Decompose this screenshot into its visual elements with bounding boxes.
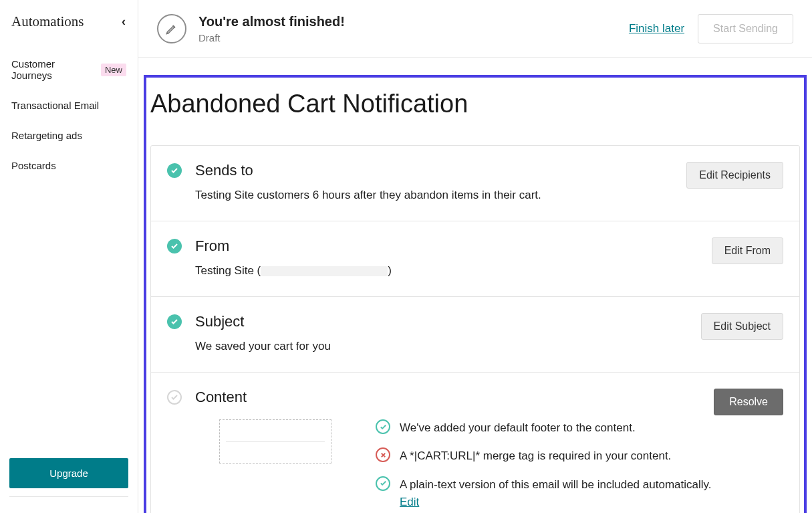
content-area: Abandoned Cart Notification Sends to Tes… bbox=[138, 58, 812, 513]
main: You're almost finished! Draft Finish lat… bbox=[138, 0, 812, 513]
new-badge: New bbox=[101, 64, 126, 76]
finish-later-link[interactable]: Finish later bbox=[629, 22, 684, 35]
status-col bbox=[167, 237, 195, 278]
message-text: A plain-text version of this email will … bbox=[400, 476, 714, 512]
message-text: We've added your default footer to the c… bbox=[400, 419, 636, 437]
edit-plaintext-link[interactable]: Edit bbox=[400, 496, 419, 508]
message-text: A *|CART:URL|* merge tag is required in … bbox=[400, 447, 671, 465]
start-sending-button[interactable]: Start Sending bbox=[698, 14, 793, 43]
section-body: Content We' bbox=[195, 389, 714, 513]
page-title: Abandoned Cart Notification bbox=[146, 90, 804, 145]
pencil-icon bbox=[157, 14, 186, 43]
check-badge-icon bbox=[167, 163, 182, 178]
check-badge-icon bbox=[167, 314, 182, 329]
edit-from-button[interactable]: Edit From bbox=[712, 237, 783, 264]
section-list: Sends to Testing Site customers 6 hours … bbox=[150, 145, 800, 513]
section-subject: Subject We saved your cart for you Edit … bbox=[151, 297, 799, 373]
preview-line bbox=[226, 441, 325, 442]
section-sends-to: Sends to Testing Site customers 6 hours … bbox=[151, 146, 799, 221]
section-body: Subject We saved your cart for you bbox=[195, 313, 701, 353]
section-desc: Testing Site customers 6 hours after the… bbox=[195, 189, 686, 202]
redacted-email bbox=[261, 266, 388, 276]
topbar: You're almost finished! Draft Finish lat… bbox=[138, 0, 812, 58]
sidebar-item-label: Customer Journeys bbox=[11, 58, 96, 81]
sidebar-item-label: Transactional Email bbox=[11, 100, 99, 111]
check-hollow-icon bbox=[167, 390, 182, 405]
edit-subject-button[interactable]: Edit Subject bbox=[701, 313, 783, 340]
message-body: A plain-text version of this email will … bbox=[400, 478, 711, 491]
section-title: From bbox=[195, 237, 712, 255]
from-suffix: ) bbox=[388, 264, 392, 277]
message-error: A *|CART:URL|* merge tag is required in … bbox=[376, 447, 714, 465]
content-row: We've added your default footer to the c… bbox=[195, 419, 714, 513]
sidebar-item-postcards[interactable]: Postcards bbox=[0, 150, 138, 181]
status-col bbox=[167, 162, 195, 202]
edit-recipients-button[interactable]: Edit Recipients bbox=[686, 162, 783, 189]
topbar-titles: You're almost finished! Draft bbox=[198, 14, 629, 43]
sidebar-bottom: Upgrade bbox=[0, 458, 138, 513]
section-title: Sends to bbox=[195, 162, 686, 179]
sidebar-item-retargeting-ads[interactable]: Retargeting ads bbox=[0, 120, 138, 150]
section-body: Sends to Testing Site customers 6 hours … bbox=[195, 162, 686, 202]
section-action: Edit Subject bbox=[701, 313, 783, 340]
section-title: Subject bbox=[195, 313, 701, 330]
check-circle-icon bbox=[376, 419, 390, 434]
sidebar-title: Automations bbox=[11, 13, 84, 30]
section-action: Resolve bbox=[714, 389, 783, 415]
topbar-heading: You're almost finished! bbox=[198, 14, 629, 29]
content-messages: We've added your default footer to the c… bbox=[376, 419, 714, 513]
section-action: Edit Recipients bbox=[686, 162, 783, 189]
status-col bbox=[167, 389, 195, 513]
check-circle-icon bbox=[376, 476, 390, 491]
resolve-button[interactable]: Resolve bbox=[714, 389, 783, 415]
content-preview[interactable] bbox=[219, 419, 331, 464]
message-ok: We've added your default footer to the c… bbox=[376, 419, 714, 437]
section-desc: We saved your cart for you bbox=[195, 340, 701, 353]
sidebar-header: Automations ‹ bbox=[0, 13, 138, 43]
section-title: Content bbox=[195, 389, 714, 406]
section-action: Edit From bbox=[712, 237, 783, 264]
sidebar-item-label: Retargeting ads bbox=[11, 130, 82, 141]
chevron-left-icon[interactable]: ‹ bbox=[122, 15, 126, 29]
section-content: Content We' bbox=[151, 373, 799, 513]
sidebar: Automations ‹ Customer Journeys New Tran… bbox=[0, 0, 138, 513]
section-from: From Testing Site () Edit From bbox=[151, 221, 799, 297]
divider bbox=[9, 496, 128, 497]
check-badge-icon bbox=[167, 239, 182, 253]
highlight-box: Abandoned Cart Notification Sends to Tes… bbox=[144, 75, 807, 513]
from-prefix: Testing Site ( bbox=[195, 264, 261, 277]
sidebar-item-customer-journeys[interactable]: Customer Journeys New bbox=[0, 49, 138, 90]
sidebar-item-transactional-email[interactable]: Transactional Email bbox=[0, 90, 138, 120]
message-ok: A plain-text version of this email will … bbox=[376, 476, 714, 512]
sidebar-item-label: Postcards bbox=[11, 160, 56, 171]
section-desc: Testing Site () bbox=[195, 264, 712, 278]
x-circle-icon bbox=[376, 447, 390, 462]
sidebar-nav: Customer Journeys New Transactional Emai… bbox=[0, 43, 138, 186]
status-col bbox=[167, 313, 195, 353]
topbar-subheading: Draft bbox=[198, 32, 629, 43]
section-body: From Testing Site () bbox=[195, 237, 712, 278]
upgrade-button[interactable]: Upgrade bbox=[9, 458, 128, 488]
